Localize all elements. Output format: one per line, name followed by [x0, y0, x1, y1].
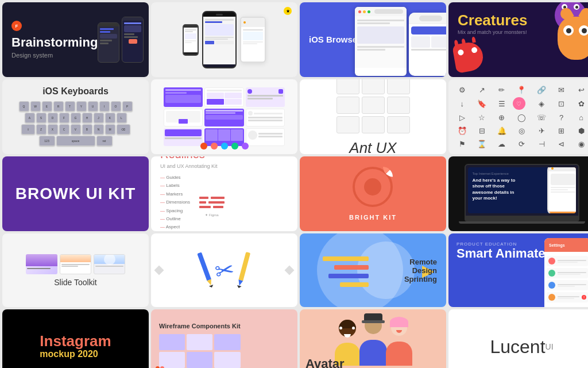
phone-mockups [98, 17, 144, 63]
card-icons[interactable]: ⚙ ↗ ✏ 📍 🔗 ✉ ↩ ↓ 🔖 ☰ ♡ ◈ ⊡ ✿ ▷ ☆ ⊕ ◯ ☏ ? … [448, 79, 588, 154]
card-slide-toolkit[interactable]: Slide Toolkit [2, 233, 149, 307]
card-bright-kit[interactable]: BRIGHT KIT [300, 156, 446, 231]
card-instagram[interactable]: Instagram mockup 2020 [2, 309, 149, 368]
card-browk[interactable]: BROWK UI KIT [2, 156, 149, 231]
bar-red [334, 265, 369, 270]
card-smart-animate[interactable]: Product Education Smart Animate Settings [448, 233, 588, 307]
instagram-title: Instagram mockup 2020 [40, 334, 111, 359]
bright-kit-content: BRIGHT KIT [349, 167, 397, 221]
phone-display [178, 6, 270, 73]
card-grid: F Brainstorming Design system [0, 0, 588, 368]
wireframe-content: Wireframe Components Kit [159, 322, 241, 368]
smart-animate-phone: Settings [544, 238, 588, 307]
card-remote-design[interactable]: ▶ Remote Design Sprinting [300, 233, 446, 307]
card-brainstorming[interactable]: F Brainstorming Design system [2, 2, 149, 77]
bar-yellow-2 [340, 282, 369, 287]
card-purple-grid[interactable] [151, 79, 297, 154]
card-avatar[interactable]: Avatar Illustration System [300, 309, 446, 368]
tools-display: ✂ [203, 252, 246, 289]
slide-preview [26, 254, 125, 274]
card-wireframe[interactable]: Wireframe Components Kit [151, 309, 297, 368]
card-lucent[interactable]: LucentUI [448, 309, 588, 368]
card-subtitle: Design system [11, 52, 98, 59]
laptop-content: Top Internet Experience And here's a way… [465, 164, 579, 224]
remote-text: Remote Design Sprinting [404, 258, 437, 283]
creatures-title: Creatures Mix and match your monsters! [458, 12, 527, 35]
creature-red [454, 43, 483, 71]
bar-yellow [323, 256, 369, 261]
card-ui-phones[interactable]: ★ [151, 2, 297, 77]
card-ios-browser[interactable]: iOS Browser UI [300, 2, 446, 77]
browk-title: BROWK UI KIT [16, 185, 136, 203]
card-ios-keyboards[interactable]: iOS Keyboards QWE RTY UIOP ASD FGH JKL ⇧… [2, 79, 149, 154]
browser-mockups [355, 7, 446, 76]
creature-orange [555, 2, 588, 60]
smart-animate-text: Product Education Smart Animate [457, 241, 545, 260]
card-ant-ux[interactable]: Ant UX [300, 79, 446, 154]
bar-blue [328, 274, 369, 278]
lucent-logo: LucentUI [490, 336, 553, 358]
redlines-content: Redlines UI and UX Annotating Kit Guides… [160, 156, 225, 231]
diamond-decoration-2 [285, 266, 295, 275]
card-title: Brainstorming [11, 36, 98, 49]
star-decoration: ★ [284, 7, 292, 15]
diamond-decoration [154, 266, 164, 275]
brand-dots [200, 143, 249, 150]
card-redlines[interactable]: Redlines UI and UX Annotating Kit Guides… [151, 156, 297, 231]
card-tools[interactable]: ✂ [151, 233, 297, 307]
figma-icon: F [11, 21, 22, 31]
purple-grid [161, 85, 288, 148]
keyboard-title: iOS Keyboards [42, 86, 109, 97]
ant-ux-content: Ant UX [300, 79, 446, 154]
keyboard-display: QWE RTY UIOP ASD FGH JKL ⇧ ZXC VBNM ⌫ 12… [19, 101, 133, 147]
card-creatures[interactable]: Creatures Mix and match your monsters! [448, 2, 588, 77]
icon-grid: ⚙ ↗ ✏ 📍 🔗 ✉ ↩ ↓ 🔖 ☰ ♡ ◈ ⊡ ✿ ▷ ☆ ⊕ ◯ ☏ ? … [453, 84, 588, 150]
slide-toolkit-title: Slide Toolkit [54, 278, 96, 287]
card-laptop-showcase[interactable]: Top Internet Experience And here's a way… [448, 156, 588, 231]
avatar-label: Avatar Illustration System [305, 358, 362, 368]
